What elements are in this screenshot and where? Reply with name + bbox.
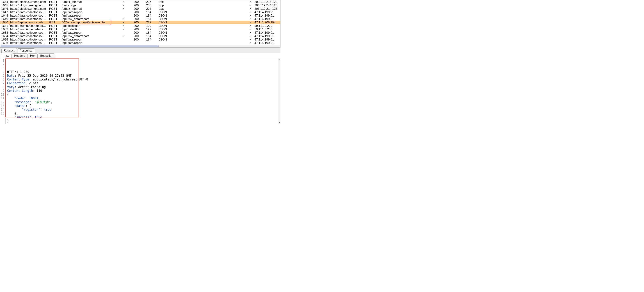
header-key: Vary	[7, 85, 14, 89]
line-number: 9	[1, 89, 4, 93]
cell-ip: 203.119.244.125	[253, 4, 280, 7]
cell-num: 1650	[0, 21, 9, 24]
json-value: {	[29, 104, 31, 108]
tab-hex[interactable]: Hex	[28, 54, 38, 58]
cell-status: 200	[132, 34, 145, 38]
cell-path: /umpx_internal	[60, 0, 111, 4]
cell-ip: 47.114.199.91	[253, 41, 280, 45]
cell-host: https://ulogs.umengcloud.c…	[9, 4, 48, 7]
cell-path: /umpx_internal	[60, 7, 111, 11]
table-row[interactable]: 1649https://data-collector.soula…POST/ap…	[0, 17, 280, 21]
json-key: "data"	[14, 104, 25, 108]
cell-status: 200	[132, 14, 145, 17]
table-row[interactable]: 1645https://ulogs.umengcloud.c…POST/unif…	[0, 4, 280, 7]
request-grid[interactable]: 1644https://plbslog.umeng.comPOST/umpx_i…	[0, 0, 280, 45]
code-line: Vary: Accept-Encoding	[7, 85, 280, 89]
cell-edit: ✓	[114, 24, 132, 28]
tab-request[interactable]: Request	[2, 48, 17, 53]
cell-len	[145, 41, 158, 45]
scrollbar-thumb[interactable]	[0, 45, 159, 47]
code-line: "register": true	[7, 108, 280, 112]
table-row[interactable]: 1655https://data-collector.soula…POST/ap…	[0, 38, 280, 41]
code-line: "code": 10001,	[7, 96, 280, 100]
cell-path: /api/collection	[60, 28, 111, 31]
cell-edit: ✓	[114, 4, 132, 7]
cell-meth: POST	[48, 38, 60, 41]
json-value: true	[44, 108, 51, 111]
cell-mime: JSON	[158, 34, 248, 38]
cell-edit: ✓	[114, 21, 132, 24]
indent	[7, 115, 14, 119]
cell-len: 199	[145, 28, 158, 31]
cell-spacer	[111, 4, 114, 7]
table-row[interactable]: 1651https://mumu.nie.netease.c…POST/api/…	[0, 24, 280, 28]
tab-raw[interactable]: Raw	[1, 54, 12, 58]
cell-meth: POST	[48, 14, 60, 17]
table-row[interactable]: 1647https://data-collector.soula…POST/ap…	[0, 11, 280, 14]
json-key: "register"	[22, 108, 40, 111]
cell-ip: 203.119.214.125	[253, 7, 280, 11]
cell-host: https://mumu.nie.netease.c…	[9, 24, 48, 28]
cell-edit	[114, 41, 132, 45]
cell-meth: POST	[48, 31, 60, 34]
tab-response[interactable]: Response	[17, 48, 35, 53]
cell-host: https://plbslog.umeng.com	[9, 0, 48, 4]
cell-spacer	[111, 7, 114, 11]
cell-meth: GET	[48, 21, 60, 24]
cell-ip: 47.114.199.91	[253, 34, 280, 38]
cell-num: 1649	[0, 17, 9, 21]
scroll-up-icon[interactable]: ▴	[278, 58, 280, 61]
plain-text: {	[7, 93, 9, 96]
cell-len: 184	[145, 34, 158, 38]
request-grid-wrap: 1644https://plbslog.umeng.comPOST/umpx_i…	[0, 0, 280, 48]
table-row[interactable]: 1644https://plbslog.umeng.comPOST/umpx_i…	[0, 0, 280, 4]
cell-ip: 47.111.205.154	[253, 21, 280, 24]
table-row[interactable]: 1654https://data-collector.soula…POST/ap…	[0, 34, 280, 38]
cell-num: 1656	[0, 41, 9, 45]
header-key: Content-Type	[7, 78, 29, 81]
cell-len: 184	[145, 31, 158, 34]
tab-headers[interactable]: Headers	[12, 54, 27, 58]
tab-beautifier[interactable]: Beautifier	[38, 54, 55, 58]
cell-path: /v2/account/phoneRegistered?are…	[60, 21, 111, 24]
cell-spacer	[111, 28, 114, 31]
cell-host: https://data-collector.soula…	[9, 17, 48, 21]
code-line: "message": "获取成功",	[7, 100, 280, 104]
cell-len: 296	[145, 0, 158, 4]
cell-len: 282	[145, 21, 158, 24]
line-number: 1	[1, 59, 4, 62]
cell-tls: ✓	[248, 41, 253, 45]
table-row[interactable]: 1650https://api-account.soulapp…GET/v2/a…	[0, 21, 280, 24]
header-key: Date	[7, 74, 14, 77]
table-row[interactable]: 1646https://plbslog.umeng.comPOST/umpx_i…	[0, 7, 280, 11]
scroll-down-icon[interactable]: ▾	[278, 121, 280, 124]
table-row[interactable]: 1656https://data-collector.soula…POST/ap…	[0, 41, 280, 45]
cell-path: /api/data/report	[60, 11, 111, 14]
cell-path: /api/risk_data/report	[60, 34, 111, 38]
line-number: 6	[1, 78, 4, 81]
cell-mime	[158, 41, 248, 45]
cell-tls: ✓	[248, 21, 253, 24]
code-line: {	[7, 93, 280, 96]
json-tail: ,	[51, 100, 52, 104]
vertical-scrollbar[interactable]: ▴ ▾	[278, 58, 280, 124]
header-value: : application/json;charset=UTF-8	[29, 78, 88, 81]
cell-meth: POST	[48, 34, 60, 38]
table-row[interactable]: 1648https://data-collector.soula…POST/ap…	[0, 14, 280, 17]
cell-status: 200	[132, 21, 145, 24]
line-number: 5	[1, 74, 4, 78]
cell-tls: ✓	[248, 4, 253, 7]
cell-num: 1646	[0, 7, 9, 11]
cell-len: 184	[145, 38, 158, 41]
cell-tls: ✓	[248, 24, 253, 28]
code-line: "success": true	[7, 115, 280, 119]
cell-num: 1654	[0, 34, 9, 38]
table-row[interactable]: 1653https://data-collector.soula…POST/ap…	[0, 31, 280, 34]
cell-spacer	[111, 14, 114, 17]
cell-num: 1644	[0, 0, 9, 4]
table-row[interactable]: 1652https://mumu.nie.netease.c…POST/api/…	[0, 28, 280, 31]
status-line: HTTP/1.1 200	[7, 70, 29, 74]
raw-response-code[interactable]: HTTP/1.1 200Date: Fri, 25 Dec 2020 09:27…	[6, 58, 280, 124]
horizontal-scrollbar[interactable]: ◀ ▶	[0, 45, 280, 47]
cell-meth: POST	[48, 7, 60, 11]
